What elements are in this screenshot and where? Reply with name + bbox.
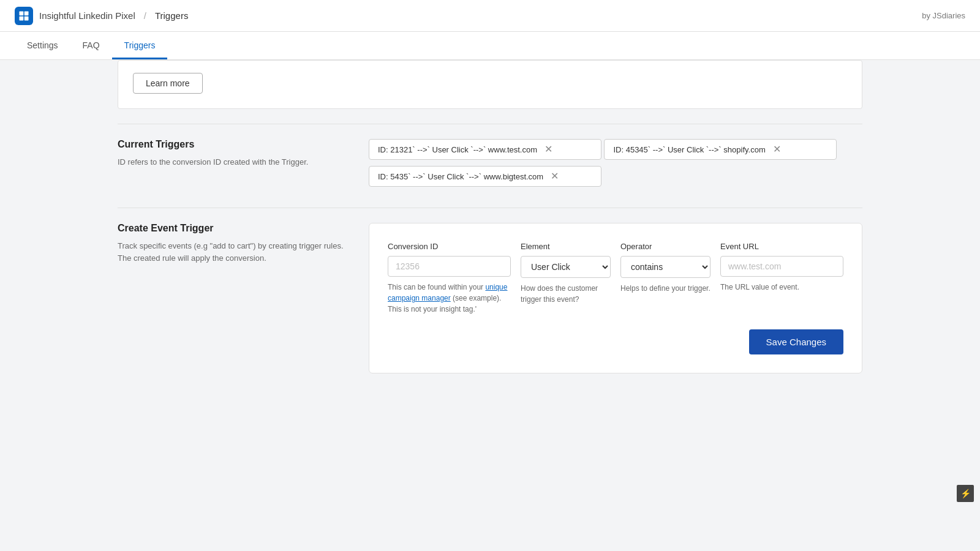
breadcrumb-separator: / — [144, 10, 146, 21]
trigger-tag-2-close[interactable]: ✕ — [773, 144, 781, 154]
event-url-desc: The URL value of event. — [720, 282, 843, 293]
operator-desc: Helps to define your trigger. — [620, 283, 710, 294]
event-url-label: Event URL — [720, 242, 843, 251]
trigger-tag-1-close[interactable]: ✕ — [545, 144, 552, 154]
create-trigger-section: Create Event Trigger Track specific even… — [118, 223, 862, 373]
trigger-tag-2-text: ID: 45345` -->` User Click `-->` shopify… — [613, 145, 765, 154]
scroll-indicator: ⚡ — [957, 485, 974, 502]
topbar: Insightful Linkedin Pixel / Triggers by … — [0, 0, 980, 32]
svg-rect-1 — [24, 11, 29, 15]
divider-1 — [118, 124, 862, 124]
event-url-field: Event URL The URL value of event. — [720, 242, 843, 315]
create-trigger-desc: Track specific events (e.g "add to cart"… — [118, 240, 344, 264]
conversion-id-desc-text1: This can be found within your — [388, 283, 485, 291]
trigger-tag-3: ID: 5435` -->` User Click `-->` www.bigt… — [369, 166, 601, 187]
operator-select[interactable]: contains equals starts with ends with — [620, 256, 710, 278]
save-btn-row: Save Changes — [388, 329, 843, 354]
operator-field: Operator contains equals starts with end… — [620, 242, 710, 315]
divider-2 — [118, 208, 862, 208]
trigger-form-row: Conversion ID This can be found within y… — [388, 242, 843, 315]
conversion-id-desc: This can be found within your unique cam… — [388, 282, 511, 315]
save-changes-button[interactable]: Save Changes — [749, 329, 843, 354]
tab-settings[interactable]: Settings — [15, 32, 70, 59]
trigger-tag-3-close[interactable]: ✕ — [551, 171, 559, 181]
create-trigger-label: Create Event Trigger Track specific even… — [118, 223, 344, 373]
breadcrumb-current: Triggers — [155, 10, 188, 21]
current-triggers-title: Current Triggers — [118, 139, 344, 150]
svg-rect-0 — [20, 11, 24, 15]
create-trigger-content: Conversion ID This can be found within y… — [369, 223, 862, 373]
topbar-left: Insightful Linkedin Pixel / Triggers — [15, 7, 188, 25]
app-logo — [15, 7, 33, 25]
info-card-content: Learn more — [133, 73, 847, 94]
element-desc: How does the customer trigger this event… — [521, 283, 611, 305]
nav-tabs: Settings FAQ Triggers — [0, 32, 980, 60]
element-label: Element — [521, 242, 611, 251]
conversion-id-field: Conversion ID This can be found within y… — [388, 242, 511, 315]
tab-faq[interactable]: FAQ — [70, 32, 112, 59]
topbar-author: by JSdiaries — [922, 11, 965, 20]
trigger-tag-3-text: ID: 5435` -->` User Click `-->` www.bigt… — [378, 172, 543, 181]
create-trigger-title: Create Event Trigger — [118, 223, 344, 234]
trigger-tag-2: ID: 45345` -->` User Click `-->` shopify… — [604, 139, 837, 160]
conversion-id-label: Conversion ID — [388, 242, 511, 251]
element-select[interactable]: User Click Page View Form Submit — [521, 256, 611, 278]
svg-rect-2 — [20, 16, 24, 20]
current-triggers-content: ID: 21321` -->` User Click `-->` www.tes… — [369, 139, 862, 193]
event-url-input[interactable] — [720, 256, 843, 277]
info-card: Learn more — [118, 60, 862, 109]
conversion-id-input[interactable] — [388, 256, 511, 277]
element-field: Element User Click Page View Form Submit… — [521, 242, 611, 315]
svg-rect-3 — [24, 16, 29, 20]
app-title: Insightful Linkedin Pixel — [39, 10, 135, 21]
event-trigger-box: Conversion ID This can be found within y… — [369, 223, 862, 373]
tab-triggers[interactable]: Triggers — [112, 32, 168, 59]
main-content: Learn more Current Triggers ID refers to… — [0, 60, 980, 549]
trigger-tag-1-text: ID: 21321` -->` User Click `-->` www.tes… — [378, 145, 537, 154]
current-triggers-section: Current Triggers ID refers to the conver… — [118, 139, 862, 193]
learn-more-button[interactable]: Learn more — [133, 73, 203, 94]
current-triggers-desc: ID refers to the conversion ID created w… — [118, 156, 344, 168]
operator-label: Operator — [620, 242, 710, 251]
current-triggers-label: Current Triggers ID refers to the conver… — [118, 139, 344, 193]
trigger-tag-1: ID: 21321` -->` User Click `-->` www.tes… — [369, 139, 601, 160]
